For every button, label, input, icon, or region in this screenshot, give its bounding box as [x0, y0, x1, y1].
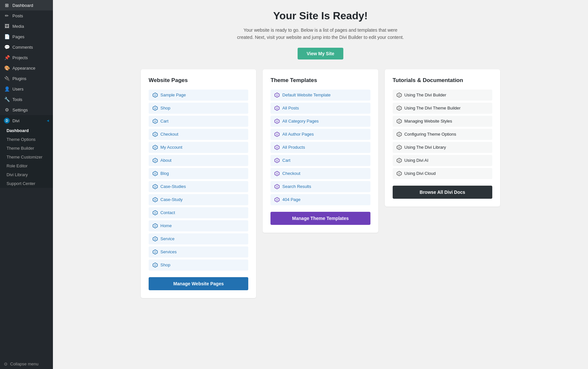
website-pages-card: Website Pages Sample Page Shop Cart Chec…	[141, 69, 256, 298]
website-page-item[interactable]: Blog	[149, 168, 248, 179]
sidebar-collapse-button[interactable]: ⊙ Collapse menu	[0, 359, 53, 369]
website-page-item[interactable]: Services	[149, 246, 248, 258]
tutorial-item[interactable]: Configuring Theme Options	[393, 129, 492, 140]
divi-page-icon	[153, 92, 158, 98]
theme-template-item[interactable]: 404 Page	[270, 194, 370, 205]
website-page-item[interactable]: About	[149, 155, 248, 166]
divi-docs-icon	[397, 145, 402, 150]
collapse-icon: ⊙	[4, 361, 8, 366]
sidebar-sub-item-role-editor[interactable]: Role Editor	[0, 161, 53, 170]
theme-template-item[interactable]: All Products	[270, 142, 370, 153]
tutorial-item[interactable]: Using The Divi Builder	[393, 90, 492, 101]
theme-template-item[interactable]: All Posts	[270, 103, 370, 114]
sidebar-item-dashboard[interactable]: ⊞ Dashboard	[0, 0, 53, 10]
tutorial-item[interactable]: Managing Website Styles	[393, 116, 492, 127]
tutorial-item[interactable]: Using Divi AI	[393, 155, 492, 166]
main-content: Your Site Is Ready! Your website is read…	[53, 0, 588, 369]
sidebar-item-comments[interactable]: 💬 Comments	[0, 42, 53, 52]
website-page-item[interactable]: Shop	[149, 260, 248, 271]
plugins-icon: 🔌	[4, 76, 10, 81]
divi-docs-icon	[397, 106, 402, 111]
website-page-item[interactable]: Home	[149, 220, 248, 231]
media-icon: 🖼	[4, 24, 10, 29]
sidebar-item-media[interactable]: 🖼 Media	[0, 21, 53, 31]
sidebar-sub-item-theme-options[interactable]: Theme Options	[0, 135, 53, 144]
theme-template-item[interactable]: Search Results	[270, 181, 370, 192]
sidebar-item-appearance[interactable]: 🎨 Appearance	[0, 63, 53, 73]
page-title: Your Site Is Ready!	[236, 10, 405, 22]
sidebar-sub-item-dashboard[interactable]: Dashboard	[0, 126, 53, 135]
divi-page-icon	[153, 262, 158, 268]
theme-templates-list: Default Website Template All Posts All C…	[270, 90, 370, 205]
sidebar-item-users[interactable]: 👤 Users	[0, 84, 53, 94]
website-page-item[interactable]: Checkout	[149, 129, 248, 140]
sidebar-nav: ⊞ Dashboard ✏ Posts 🖼 Media 📄 Pages 💬 Co…	[0, 0, 53, 115]
sidebar: ⊞ Dashboard ✏ Posts 🖼 Media 📄 Pages 💬 Co…	[0, 0, 53, 369]
website-page-item[interactable]: My Account	[149, 142, 248, 153]
divi-page-icon	[153, 106, 158, 111]
browse-docs-button[interactable]: Browse All Divi Docs	[393, 186, 492, 199]
divi-template-icon	[274, 145, 280, 150]
website-page-item[interactable]: Case-Studies	[149, 181, 248, 192]
theme-template-item[interactable]: Default Website Template	[270, 90, 370, 101]
sidebar-sub-item-divi-library[interactable]: Divi Library	[0, 170, 53, 179]
divi-page-icon	[153, 184, 158, 189]
theme-template-item[interactable]: All Category Pages	[270, 116, 370, 127]
manage-theme-templates-button[interactable]: Manage Theme Templates	[270, 212, 370, 225]
tutorials-list: Using The Divi Builder Using The Divi Th…	[393, 90, 492, 179]
website-page-item[interactable]: Cart	[149, 116, 248, 127]
sidebar-sub-item-theme-builder[interactable]: Theme Builder	[0, 144, 53, 153]
sidebar-divi-subnav: Dashboard Theme Options Theme Builder Th…	[0, 126, 53, 188]
sidebar-item-pages[interactable]: 📄 Pages	[0, 31, 53, 42]
sidebar-divi-section[interactable]: D Divi	[0, 115, 53, 126]
sidebar-sub-item-theme-customizer[interactable]: Theme Customizer	[0, 153, 53, 161]
divi-page-icon	[153, 132, 158, 137]
website-page-item[interactable]: Service	[149, 233, 248, 244]
divi-template-icon	[274, 171, 280, 176]
website-page-item[interactable]: Shop	[149, 103, 248, 114]
website-page-item[interactable]: Contact	[149, 207, 248, 218]
sidebar-item-settings[interactable]: ⚙ Settings	[0, 105, 53, 115]
theme-templates-card: Theme Templates Default Website Template…	[263, 69, 378, 233]
divi-docs-icon	[397, 92, 402, 98]
divi-page-icon	[153, 171, 158, 176]
divi-logo-icon: D	[4, 118, 10, 124]
sidebar-item-tools[interactable]: 🔧 Tools	[0, 94, 53, 105]
tutorial-item[interactable]: Using The Divi Theme Builder	[393, 103, 492, 114]
settings-icon: ⚙	[4, 107, 10, 112]
sidebar-sub-item-support-center[interactable]: Support Center	[0, 179, 53, 188]
posts-icon: ✏	[4, 13, 10, 18]
divi-template-icon	[274, 184, 280, 189]
theme-template-item[interactable]: All Author Pages	[270, 129, 370, 140]
tutorials-heading: Tutorials & Documentation	[393, 77, 492, 84]
divi-docs-icon	[397, 171, 402, 176]
manage-website-pages-button[interactable]: Manage Website Pages	[149, 277, 248, 290]
users-icon: 👤	[4, 86, 10, 92]
sidebar-item-posts[interactable]: ✏ Posts	[0, 10, 53, 21]
divi-page-icon	[153, 223, 158, 228]
sidebar-item-plugins[interactable]: 🔌 Plugins	[0, 73, 53, 84]
theme-template-item[interactable]: Checkout	[270, 168, 370, 179]
tutorial-item[interactable]: Using The Divi Library	[393, 142, 492, 153]
theme-templates-heading: Theme Templates	[270, 77, 370, 84]
divi-page-icon	[153, 119, 158, 124]
tutorials-card: Tutorials & Documentation Using The Divi…	[385, 69, 500, 207]
divi-template-icon	[274, 158, 280, 163]
appearance-icon: 🎨	[4, 65, 10, 71]
columns-wrapper: Website Pages Sample Page Shop Cart Chec…	[141, 69, 500, 298]
sidebar-item-projects[interactable]: 📌 Projects	[0, 52, 53, 63]
divi-page-icon	[153, 236, 158, 242]
divi-template-icon	[274, 92, 280, 98]
theme-template-item[interactable]: Cart	[270, 155, 370, 166]
website-page-item[interactable]: Case-Study	[149, 194, 248, 205]
divi-page-icon	[153, 197, 158, 202]
website-page-item[interactable]: Sample Page	[149, 90, 248, 101]
divi-docs-icon	[397, 158, 402, 163]
divi-template-icon	[274, 106, 280, 111]
website-pages-heading: Website Pages	[149, 77, 248, 84]
divi-docs-icon	[397, 119, 402, 124]
tutorial-item[interactable]: Using Divi Cloud	[393, 168, 492, 179]
view-site-button[interactable]: View My Site	[298, 48, 344, 59]
dashboard-icon: ⊞	[4, 3, 10, 8]
divi-template-icon	[274, 197, 280, 202]
